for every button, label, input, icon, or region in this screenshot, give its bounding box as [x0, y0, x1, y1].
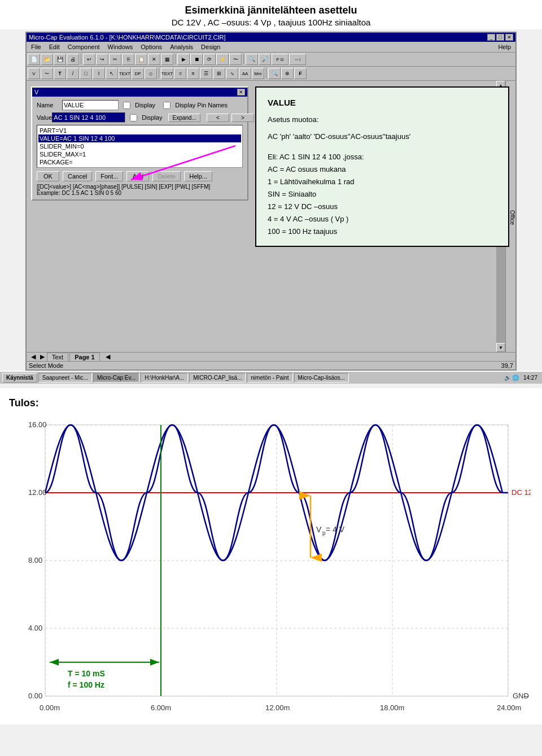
taskbar-item-0[interactable]: Saapuneet - Mic... — [38, 373, 92, 383]
x-label-12: 12.00m — [265, 703, 290, 712]
tb-cut[interactable]: ✂ — [109, 54, 121, 65]
tb2-btn5[interactable]: ⌗ — [174, 68, 186, 79]
tb-copy[interactable]: ⎘ — [122, 54, 134, 65]
close-button[interactable]: ✕ — [505, 34, 513, 41]
tb2-dp[interactable]: DP — [132, 68, 144, 79]
tb2-text[interactable]: T — [54, 68, 66, 79]
tb2-btn9[interactable]: ∿ — [226, 68, 238, 79]
tb2-text3[interactable]: TEXT — [161, 68, 173, 79]
tb-print[interactable]: 🖨 — [67, 54, 79, 65]
tb-btn10[interactable]: ⚡ — [216, 54, 229, 65]
dialog-close-btn[interactable]: ✕ — [237, 89, 245, 95]
tab-page1[interactable]: Page 1 — [69, 353, 99, 361]
dialog-title-bar: V ✕ — [32, 88, 247, 97]
tb2-line[interactable]: / — [67, 68, 79, 79]
tb2-ptr[interactable]: ↖ — [106, 68, 118, 79]
tb2-F[interactable]: F — [294, 68, 307, 79]
toolbar-row1: 📄 📂 💾 🖨 ↩ ↪ ✂ ⎘ 📋 ✕ ▦ ▶ ⏹ ⟳ ⚡ 〜 🔍 🔎 P G … — [27, 53, 515, 67]
menu-options[interactable]: Options — [137, 42, 165, 51]
tb-btn11[interactable]: 〜 — [229, 54, 242, 65]
menu-help[interactable]: Help — [495, 42, 514, 51]
sys-tray: 🔊 🌐 — [504, 375, 519, 381]
ok-button[interactable]: OK — [37, 171, 59, 181]
tb-btn7[interactable]: ▦ — [161, 54, 173, 65]
tb-save[interactable]: 💾 — [54, 54, 66, 65]
tb-zoom-in[interactable]: 🔍 — [246, 54, 258, 65]
display-checkbox[interactable] — [123, 102, 130, 109]
annotation-line7: 100 = 100 Hz taajuus — [268, 225, 497, 238]
x-label-18: 18.00m — [380, 703, 404, 712]
tb2-btn10[interactable]: AA — [239, 68, 251, 79]
taskbar-item-2[interactable]: H:\HonkHar\A... — [141, 373, 188, 383]
tb2-select[interactable]: V — [28, 68, 40, 79]
menu-edit[interactable]: Edit — [46, 42, 63, 51]
tb2-zoom[interactable]: ⊕ — [281, 68, 294, 79]
next-button[interactable]: > — [231, 114, 254, 122]
tb2-i[interactable]: I — [93, 68, 105, 79]
tb-btn9[interactable]: ⟳ — [203, 54, 216, 65]
tab-bar: ◀ ▶ Text Page 1 ◀ — [27, 352, 515, 361]
minimize-button[interactable]: _ — [487, 34, 495, 41]
annotation-line5: 12 = 12 V DC –osuus — [268, 201, 497, 213]
tb-delete[interactable]: ✕ — [148, 54, 160, 65]
taskbar-item-4[interactable]: nimetön - Paint — [247, 373, 292, 383]
annotation-subtitle2: AC 'ph' 'aalto' 'DC-osuus''AC-osuus''taa… — [268, 131, 497, 143]
svg-line-21 — [131, 146, 235, 180]
annotation-line3: 1 = Lähtövaihekulma 1 rad — [268, 176, 497, 188]
tb-paste[interactable]: 📋 — [135, 54, 147, 65]
menu-component[interactable]: Component — [64, 42, 103, 51]
menu-windows[interactable]: Windows — [104, 42, 137, 51]
menu-design[interactable]: Design — [198, 42, 224, 51]
taskbar-item-3[interactable]: MICRO-CAP_lisä... — [189, 373, 246, 383]
tb-run[interactable]: ▶ — [177, 54, 190, 65]
menu-analysis[interactable]: Analysis — [167, 42, 196, 51]
tb2-btn8[interactable]: ⊞ — [213, 68, 225, 79]
tb-resize[interactable]: ↔↕ — [289, 54, 306, 65]
tb2-btn6[interactable]: ≡ — [187, 68, 199, 79]
tab-text[interactable]: Text — [47, 353, 68, 361]
period-label: T = 10 mS — [68, 669, 105, 678]
tb-pg[interactable]: P G — [272, 54, 289, 65]
tb-stop[interactable]: ⏹ — [190, 54, 203, 65]
tb2-btn7[interactable]: ☰ — [200, 68, 212, 79]
tb-zoom-out[interactable]: 🔎 — [259, 54, 271, 65]
tb2-search[interactable]: 🔍 — [268, 68, 281, 79]
nav-left[interactable]: ◀ — [29, 353, 38, 361]
taskbar-item-1[interactable]: Micro-Cap Ev... — [93, 373, 139, 383]
value-display-checkbox[interactable] — [130, 114, 137, 121]
tb-redo[interactable]: ↪ — [96, 54, 108, 65]
tb2-wire[interactable]: 〜 — [41, 68, 53, 79]
tb-undo[interactable]: ↩ — [83, 54, 95, 65]
start-button[interactable]: Käynnistä — [2, 373, 37, 383]
separator4 — [159, 68, 159, 79]
list-item-value[interactable]: VALUE=AC 1 SIN 12 4 100 — [38, 134, 241, 142]
menu-file[interactable]: File — [28, 42, 45, 51]
tb2-text2[interactable]: TEXT — [119, 68, 131, 79]
scroll-down-btn[interactable]: ▼ — [496, 343, 505, 352]
annotation-line4: SIN = Siniaalto — [268, 188, 497, 201]
maximize-button[interactable]: □ — [496, 34, 504, 41]
annotation-line1: Eli: AC 1 SIN 12 4 100 ,jossa: — [268, 151, 497, 163]
y-label-0: 0.00 — [28, 692, 42, 700]
main-content: V ✕ Name Display Display Pin Names — [27, 81, 515, 352]
name-input[interactable] — [62, 100, 119, 110]
example-line: Example: DC 1.5 AC 1 SIN 0 5 60 — [37, 190, 243, 196]
tb-new[interactable]: 📄 — [28, 54, 40, 65]
tb-open[interactable]: 📂 — [41, 54, 53, 65]
list-item-part[interactable]: PART=V1 — [38, 127, 241, 134]
nav-right[interactable]: ▶ — [38, 353, 47, 361]
display-pin-names-checkbox[interactable] — [163, 102, 171, 109]
vp-label: V — [316, 525, 322, 534]
expand-button[interactable]: Expand... — [168, 114, 200, 122]
cancel-button[interactable]: Cancel — [63, 171, 92, 181]
tab-scroll-left[interactable]: ◀ — [103, 353, 112, 361]
tb2-misc[interactable]: ◇ — [145, 68, 157, 79]
font-button[interactable]: Font... — [95, 171, 123, 181]
value-label: Value — [37, 114, 52, 121]
status-mode: Select Mode — [29, 362, 63, 369]
tb2-rect[interactable]: □ — [80, 68, 92, 79]
tb2-btn11[interactable]: Mm — [252, 68, 264, 79]
taskbar-item-5[interactable]: Micro-Cap-lisäos... — [294, 373, 349, 383]
prev-button[interactable]: < — [207, 114, 229, 122]
value-input[interactable] — [52, 112, 125, 123]
